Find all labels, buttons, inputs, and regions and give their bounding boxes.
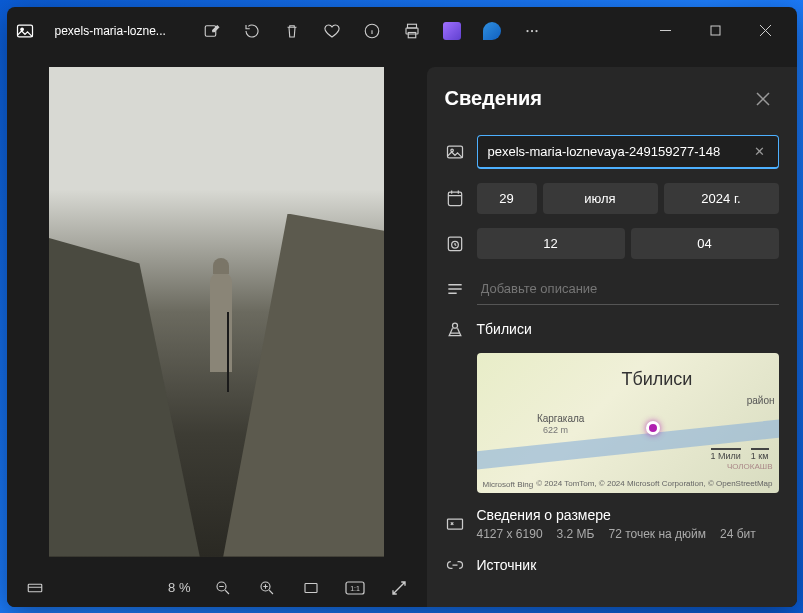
map-attribution: © 2024 TomTom, © 2024 Microsoft Corporat… — [536, 479, 772, 489]
size-title: Сведения о размере — [477, 507, 779, 523]
minimize-button[interactable] — [643, 15, 689, 47]
map-elev-label: 622 m — [543, 425, 568, 435]
delete-button[interactable] — [274, 13, 310, 49]
svg-point-1 — [20, 28, 22, 30]
size-filesize: 3.2 МБ — [557, 527, 595, 541]
zoom-percent: 8 % — [168, 580, 190, 595]
size-depth: 24 бит — [720, 527, 756, 541]
source-title: Источник — [477, 557, 537, 573]
svg-point-7 — [526, 29, 528, 31]
size-dpi: 72 точек на дюйм — [608, 527, 706, 541]
map-district-label: район — [747, 395, 775, 406]
fullscreen-button[interactable] — [383, 572, 415, 604]
clock-icon — [445, 233, 465, 253]
edit-button[interactable] — [194, 13, 230, 49]
svg-point-9 — [535, 29, 537, 31]
close-panel-button[interactable] — [747, 83, 779, 115]
time-hour[interactable]: 12 — [477, 228, 625, 259]
map-brand: Microsoft Bing — [483, 480, 534, 489]
rotate-button[interactable] — [234, 13, 270, 49]
svg-rect-11 — [28, 584, 42, 592]
date-year[interactable]: 2024 г. — [664, 183, 779, 214]
link-icon — [445, 555, 465, 575]
onedrive-button[interactable] — [474, 13, 510, 49]
svg-rect-6 — [408, 32, 416, 37]
svg-rect-23 — [447, 519, 462, 529]
image-canvas[interactable] — [7, 55, 427, 569]
svg-rect-14 — [305, 583, 317, 592]
svg-rect-10 — [711, 26, 720, 35]
map-scale: 1 Мили 1 км — [711, 448, 769, 461]
info-button[interactable] — [354, 13, 390, 49]
viewer-footer: 8 % 1:1 — [7, 569, 427, 607]
svg-point-22 — [452, 323, 457, 328]
actual-size-button[interactable]: 1:1 — [339, 572, 371, 604]
app-icon — [15, 21, 35, 41]
image-icon — [445, 142, 465, 162]
location-map[interactable]: Тбилиси Каргакала 622 m район 1 Мили 1 к… — [477, 353, 779, 493]
photo-preview — [49, 67, 384, 557]
size-icon — [445, 514, 465, 534]
svg-text:1:1: 1:1 — [350, 585, 360, 592]
description-input[interactable] — [477, 273, 779, 305]
maximize-button[interactable] — [693, 15, 739, 47]
clear-filename-button[interactable]: ✕ — [751, 144, 768, 159]
favorite-button[interactable] — [314, 13, 350, 49]
app-window: pexels-maria-lozne... — [7, 7, 797, 607]
size-dims: 4127 x 6190 — [477, 527, 543, 541]
more-button[interactable] — [514, 13, 550, 49]
image-viewer: 8 % 1:1 — [7, 55, 427, 607]
calendar-icon — [445, 188, 465, 208]
zoom-out-button[interactable] — [207, 572, 239, 604]
location-icon — [445, 319, 465, 339]
filename-label: pexels-maria-lozne... — [55, 24, 166, 38]
close-button[interactable] — [743, 15, 789, 47]
filename-input[interactable] — [488, 144, 751, 159]
time-minute[interactable]: 04 — [631, 228, 779, 259]
filename-input-wrapper: ✕ — [477, 135, 779, 169]
description-icon — [445, 279, 465, 299]
location-label: Тбилиси — [477, 321, 532, 337]
date-month[interactable]: июля — [543, 183, 658, 214]
size-details: 4127 x 6190 3.2 МБ 72 точек на дюйм 24 б… — [477, 527, 779, 541]
map-street-label: ЧОЛОКАШВ — [727, 462, 773, 471]
svg-point-18 — [450, 149, 453, 152]
map-city-label: Тбилиси — [621, 369, 692, 390]
clipchamp-button[interactable] — [434, 13, 470, 49]
date-day[interactable]: 29 — [477, 183, 537, 214]
fit-button[interactable] — [295, 572, 327, 604]
svg-rect-19 — [448, 192, 461, 205]
map-pin-icon — [646, 421, 660, 435]
filmstrip-button[interactable] — [19, 572, 51, 604]
map-area-label: Каргакала — [537, 413, 585, 424]
svg-point-8 — [531, 29, 533, 31]
titlebar: pexels-maria-lozne... — [7, 7, 797, 55]
zoom-in-button[interactable] — [251, 572, 283, 604]
panel-title: Сведения — [445, 87, 542, 110]
info-panel: Сведения ✕ 29 июля 2024 г. — [427, 67, 797, 607]
print-button[interactable] — [394, 13, 430, 49]
